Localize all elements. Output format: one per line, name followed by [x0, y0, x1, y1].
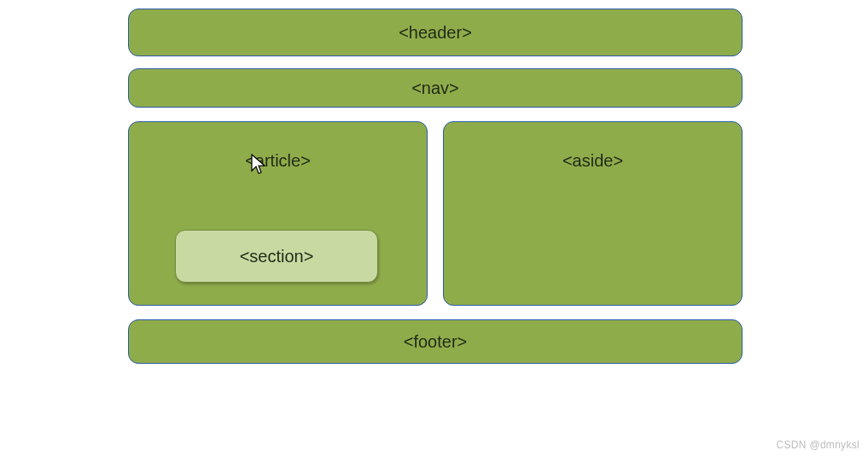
aside-label: <aside>	[444, 151, 742, 171]
article-box: <article> <section>	[128, 121, 428, 306]
nav-label: <nav>	[411, 79, 459, 98]
header-label: <header>	[399, 23, 472, 43]
aside-box: <aside>	[443, 121, 743, 306]
watermark-text: CSDN @dmnyksl	[777, 439, 859, 451]
article-label: <article>	[129, 151, 427, 171]
footer-label: <footer>	[404, 332, 468, 352]
section-box: <section>	[175, 230, 378, 283]
header-box: <header>	[128, 9, 743, 56]
footer-box: <footer>	[128, 319, 743, 364]
nav-box: <nav>	[128, 68, 743, 108]
middle-row: <article> <section> <aside>	[128, 121, 743, 306]
section-label: <section>	[240, 247, 314, 266]
layout-diagram: <header> <nav> <article> <section> <asid…	[128, 9, 743, 364]
